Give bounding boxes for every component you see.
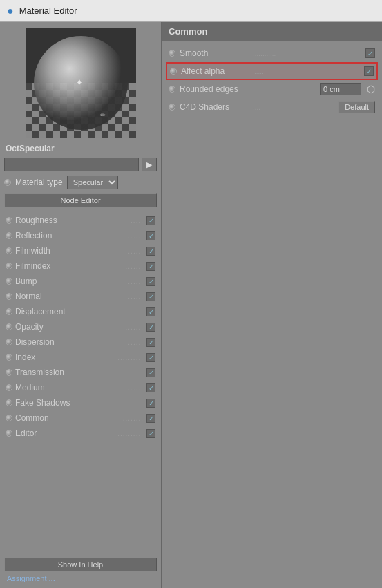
right-prop-c4d-shaders: C4D Shaders .... Default [166,98,378,116]
medium-label: Medium [15,383,123,392]
bump-checkbox[interactable] [146,277,155,286]
prop-item-editor: Editor .......... [0,426,161,441]
c4d-shaders-indicator [169,104,175,111]
main-container: ✦ ✏ OctSpecular ▶ Material type Specular… [0,22,382,588]
material-type-dropdown[interactable]: Specular [67,176,118,189]
normal-dots: ...... [128,293,144,301]
right-prop-affect-alpha: Affect alpha ...... [166,62,378,80]
material-type-label: Material type [15,178,63,187]
right-properties: Smooth ............ Affect alpha ...... … [162,41,382,119]
material-name: OctSpecular [0,141,161,156]
window-title: Material Editor [19,6,77,16]
index-checkbox[interactable] [146,353,155,362]
svg-text:✏: ✏ [100,111,106,119]
prop-item-common: Common ........ [0,410,161,426]
index-label: Index [15,352,115,362]
bottom-buttons: Show In Help Assignment ... [0,553,161,588]
opacity-label: Opacity [15,322,123,332]
index-indicator [6,354,12,361]
normal-label: Normal [15,292,125,301]
transmission-indicator [6,369,12,376]
dispersion-indicator [6,339,12,345]
medium-dots: ....... [126,384,144,392]
search-bar: ▶ [4,158,157,171]
node-editor-button[interactable]: Node Editor [4,193,157,207]
property-list: Roughness ..... Reflection ...... Filmwi… [0,211,161,553]
index-dots: .......... [117,354,144,361]
rounded-edges-input[interactable] [320,83,361,95]
left-panel: ✦ ✏ OctSpecular ▶ Material type Specular… [0,22,162,588]
title-bar: ● Material Editor [0,0,382,22]
editor-checkbox[interactable] [146,429,155,438]
affect-alpha-checkbox[interactable] [364,66,374,76]
rounded-edges-label: Rounded edges [180,84,249,94]
affect-alpha-dots: ...... [254,68,360,75]
medium-indicator [6,384,12,391]
app-icon: ● [7,5,14,17]
opacity-indicator [6,323,12,330]
prop-item-index: Index .......... [0,350,161,365]
material-type-indicator [4,179,11,186]
smooth-label: Smooth [180,48,249,58]
dispersion-checkbox[interactable] [146,338,155,347]
bump-indicator [6,278,12,285]
filmindex-dots: ....... [126,263,144,270]
editor-dots: .......... [117,430,144,437]
affect-alpha-indicator [170,68,177,75]
roughness-indicator [6,217,12,224]
normal-checkbox[interactable] [146,292,155,301]
roughness-label: Roughness [15,216,128,225]
prop-item-roughness: Roughness ..... [0,213,161,228]
rounded-edges-stepper[interactable]: ⬡ [367,84,375,95]
c4d-shaders-label: C4D Shaders [180,102,249,112]
displacement-checkbox[interactable] [146,307,155,316]
prop-item-opacity: Opacity ....... [0,319,161,334]
filmwidth-indicator [6,247,12,254]
editor-indicator [6,430,12,437]
svg-text:✦: ✦ [75,77,84,88]
common-dots: ........ [123,415,144,422]
prop-item-filmindex: Filmindex ....... [0,258,161,274]
right-prop-rounded-edges: Rounded edges ⬡ [166,80,378,98]
c4d-shaders-default-button[interactable]: Default [338,101,375,113]
search-input[interactable] [4,158,139,171]
fake-shadows-checkbox[interactable] [146,399,155,408]
opacity-dots: ....... [126,323,144,331]
medium-checkbox[interactable] [146,383,155,392]
prop-item-filmwidth: Filmwidth ...... [0,243,161,258]
common-indicator [6,415,12,421]
transmission-checkbox[interactable] [146,368,155,377]
filmwidth-dots: ...... [128,247,144,255]
prop-item-transmission: Transmission [0,365,161,380]
opacity-checkbox[interactable] [146,323,155,332]
assignment-link[interactable]: Assignment ... [4,573,157,584]
search-button[interactable]: ▶ [142,158,157,171]
filmwidth-label: Filmwidth [15,246,125,256]
search-icon: ▶ [146,160,152,169]
bump-label: Bump [15,276,125,286]
smooth-indicator [169,50,175,57]
fake-shadows-indicator [6,399,12,406]
prop-item-fake-shadows: Fake Shadows [0,395,161,410]
reflection-checkbox[interactable] [146,231,155,240]
prop-item-displacement: Displacement [0,304,161,319]
show-in-help-button[interactable]: Show In Help [4,558,157,571]
filmwidth-checkbox[interactable] [146,247,155,256]
filmindex-checkbox[interactable] [146,262,155,271]
material-preview: ✦ ✏ [26,28,136,138]
c4d-shaders-dots: .... [253,104,334,111]
normal-indicator [6,293,12,300]
smooth-checkbox[interactable] [365,48,375,58]
displacement-label: Displacement [15,307,141,316]
reflection-label: Reflection [15,231,125,240]
editor-label: Editor [15,428,115,438]
reflection-dots: ...... [128,232,144,240]
bump-dots: ...... [128,278,144,285]
right-panel: Common Smooth ............ Affect alpha … [162,22,382,588]
filmindex-label: Filmindex [15,261,123,271]
dispersion-dots: ...... [128,339,144,346]
prop-item-reflection: Reflection ...... [0,228,161,243]
roughness-checkbox[interactable] [146,216,155,225]
common-checkbox[interactable] [146,414,155,423]
dispersion-label: Dispersion [15,337,125,347]
